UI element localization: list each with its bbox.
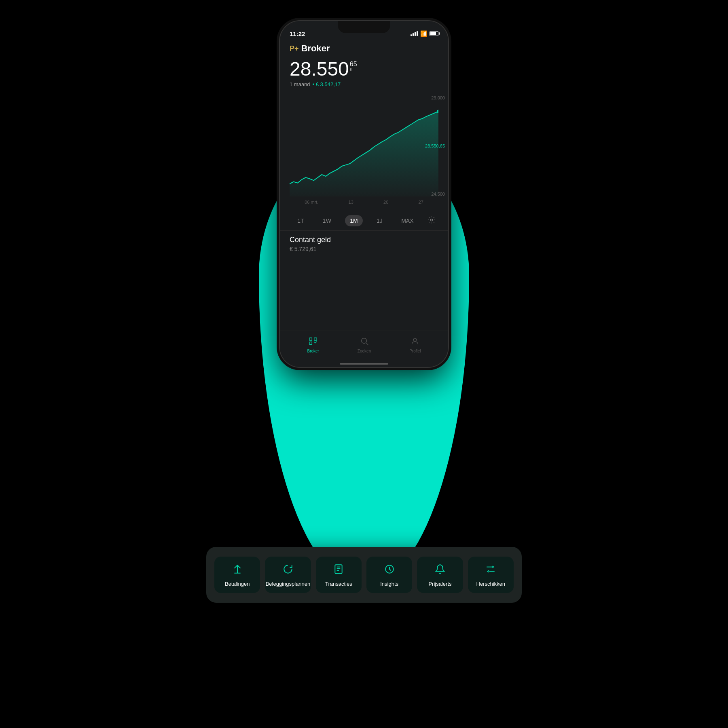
action-btn-transacties[interactable]: Transacties xyxy=(316,557,362,593)
cash-value: € 5.729,61 xyxy=(290,246,438,252)
period-btn-1w[interactable]: 1W xyxy=(318,215,336,226)
transacties-icon xyxy=(333,564,344,577)
phone-wrapper: 11:22 📶 xyxy=(279,20,449,368)
action-btn-prijsalerts[interactable]: Prijsalerts xyxy=(417,557,463,593)
chart-area: 29.000 28.550,65 24.500 xyxy=(280,95,448,209)
svg-point-1 xyxy=(430,219,432,221)
profiel-nav-icon xyxy=(411,337,419,348)
portfolio-value: 28.550 65 € xyxy=(290,59,438,79)
period-gain: • € 3.542,17 xyxy=(313,81,341,87)
bottom-nav: Broker Zoeken xyxy=(280,331,448,367)
chart-date-2: 13 xyxy=(349,200,353,205)
betalingen-icon xyxy=(232,564,243,577)
phone-screen: 11:22 📶 xyxy=(280,21,448,367)
action-btn-beleggingsplannen[interactable]: Beleggingsplannen xyxy=(265,557,311,593)
signal-icon xyxy=(411,31,418,36)
broker-name: Broker xyxy=(301,43,330,54)
chart-date-4: 27 xyxy=(419,200,423,205)
beleggingsplannen-icon xyxy=(283,564,293,577)
transacties-label: Transacties xyxy=(325,581,352,587)
chart-min-label: 24.500 xyxy=(431,192,445,196)
broker-logo: P+ xyxy=(290,44,299,53)
value-main: 28.550 xyxy=(290,59,349,79)
svg-line-6 xyxy=(366,343,368,345)
action-btn-herschikken[interactable]: Herschikken xyxy=(468,557,514,593)
period-btn-1t[interactable]: 1T xyxy=(292,215,309,226)
svg-point-7 xyxy=(414,338,417,341)
svg-rect-4 xyxy=(309,342,312,344)
phone-frame: 11:22 📶 xyxy=(279,20,449,368)
action-btn-betalingen[interactable]: Betalingen xyxy=(214,557,260,593)
value-currency: € xyxy=(350,68,357,72)
zoeken-nav-icon xyxy=(360,337,369,348)
portfolio-period: 1 maand • € 3.542,17 xyxy=(290,81,438,87)
value-decimals: 65 xyxy=(350,61,357,68)
chart-settings-button[interactable] xyxy=(427,216,436,226)
broker-title: P+ Broker xyxy=(290,43,438,54)
status-icons: 📶 xyxy=(411,30,438,37)
period-label: 1 maand xyxy=(290,81,310,87)
nav-item-zoeken[interactable]: Zoeken xyxy=(358,337,371,353)
beleggingsplannen-label: Beleggingsplannen xyxy=(266,581,311,587)
broker-nav-label: Broker xyxy=(307,349,319,353)
svg-point-5 xyxy=(361,338,366,344)
prijsalerts-label: Prijsalerts xyxy=(428,581,451,587)
nav-item-profiel[interactable]: Profiel xyxy=(409,337,421,353)
phone-notch xyxy=(338,21,390,33)
chart-current-label: 28.550,65 xyxy=(425,143,445,148)
cash-section: Contant geld € 5.729,61 xyxy=(280,230,448,257)
profiel-nav-label: Profiel xyxy=(409,349,421,353)
nav-item-broker[interactable]: Broker xyxy=(307,337,319,353)
action-btn-insights[interactable]: Insights xyxy=(366,557,412,593)
status-time: 11:22 xyxy=(290,30,305,37)
chart-svg xyxy=(290,95,438,196)
home-indicator xyxy=(340,363,388,365)
svg-rect-3 xyxy=(314,338,317,340)
scene: 11:22 📶 xyxy=(0,0,728,728)
betalingen-label: Betalingen xyxy=(225,581,250,587)
svg-rect-2 xyxy=(309,338,312,340)
cash-label: Contant geld xyxy=(290,236,438,244)
herschikken-icon xyxy=(485,564,496,577)
wifi-icon: 📶 xyxy=(420,30,427,37)
period-btn-max[interactable]: MAX xyxy=(396,215,418,226)
chart-date-1: 06 mrt. xyxy=(305,200,318,205)
period-btn-1m[interactable]: 1M xyxy=(345,215,362,226)
chart-date-3: 20 xyxy=(383,200,388,205)
battery-icon xyxy=(430,31,438,36)
insights-icon xyxy=(384,564,395,577)
broker-nav-icon xyxy=(309,337,317,348)
prijsalerts-icon xyxy=(435,564,445,577)
period-btn-1j[interactable]: 1J xyxy=(372,215,387,226)
chart-dates: 06 mrt. 13 20 27 xyxy=(290,198,438,206)
svg-rect-9 xyxy=(335,565,342,574)
chart-max-label: 29.000 xyxy=(431,95,445,100)
insights-label: Insights xyxy=(380,581,398,587)
period-selector: 1T 1W 1M 1J MAX xyxy=(280,209,448,230)
action-panel: Betalingen Beleggingsplannen xyxy=(206,547,522,603)
chart-labels: 29.000 28.550,65 24.500 xyxy=(425,95,445,196)
zoeken-nav-label: Zoeken xyxy=(358,349,371,353)
herschikken-label: Herschikken xyxy=(476,581,506,587)
